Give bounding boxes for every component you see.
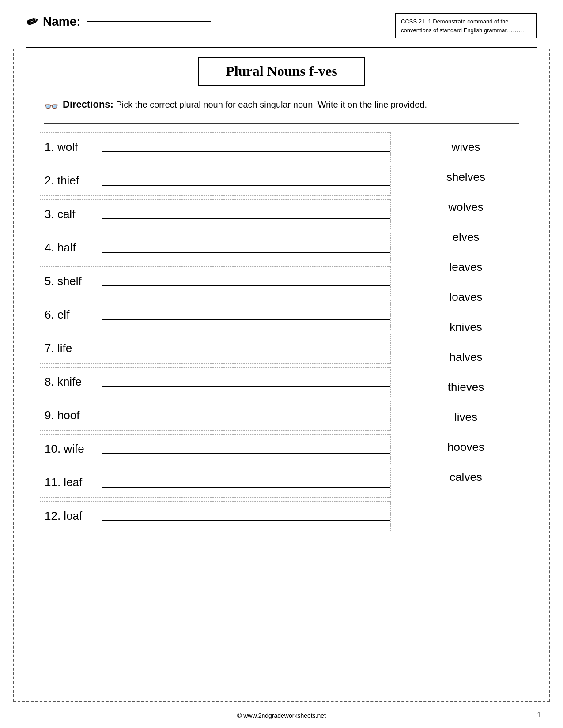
name-line: [87, 21, 211, 22]
header-rule: [26, 47, 537, 48]
header: ✏ Name: CCSS 2.L.1 Demonstrate command o…: [26, 13, 537, 43]
name-area: ✏ Name:: [26, 13, 211, 30]
footer: © www.2ndgradeworksheets.net: [0, 712, 563, 719]
copyright-text: © www.2ndgradeworksheets.net: [237, 712, 326, 719]
pencil-icon: ✏: [24, 12, 41, 32]
page-number: 1: [537, 711, 541, 719]
page: ✏ Name: CCSS 2.L.1 Demonstrate command o…: [0, 0, 563, 728]
outer-border: [13, 49, 550, 702]
name-label: Name:: [43, 15, 81, 29]
standards-box: CCSS 2.L.1 Demonstrate command of the co…: [395, 13, 537, 38]
standards-text: CCSS 2.L.1 Demonstrate command of the co…: [401, 18, 524, 34]
